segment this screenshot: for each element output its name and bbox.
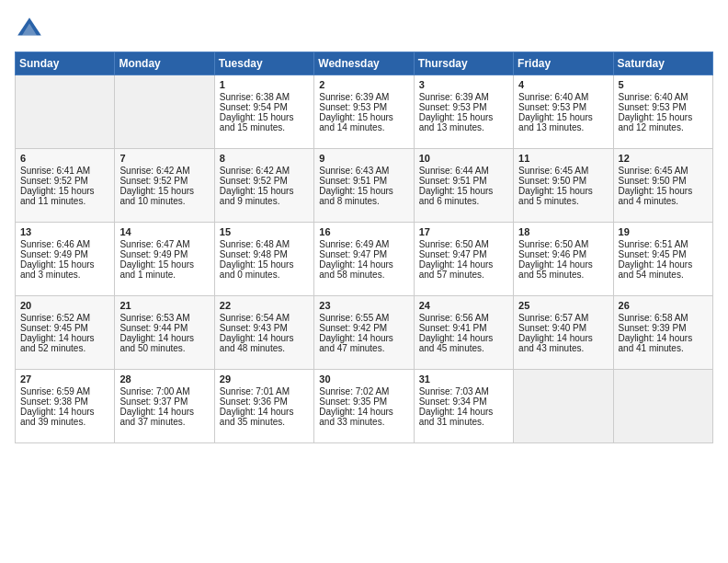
sunrise-text: Sunrise: 6:48 AM bbox=[220, 239, 290, 249]
sunset-text: Sunset: 9:51 PM bbox=[319, 176, 387, 186]
daylight-text: Daylight: 14 hours and 43 minutes. bbox=[518, 333, 593, 353]
daylight-text: Daylight: 15 hours and 11 minutes. bbox=[20, 186, 95, 206]
sunset-text: Sunset: 9:45 PM bbox=[20, 323, 88, 333]
calendar-cell: 27Sunrise: 6:59 AMSunset: 9:38 PMDayligh… bbox=[16, 370, 115, 443]
calendar-cell: 14Sunrise: 6:47 AMSunset: 9:49 PMDayligh… bbox=[115, 223, 214, 296]
daylight-text: Daylight: 15 hours and 9 minutes. bbox=[220, 186, 294, 206]
calendar-cell: 28Sunrise: 7:00 AMSunset: 9:37 PMDayligh… bbox=[115, 370, 214, 443]
calendar-cell bbox=[514, 370, 613, 443]
calendar-cell: 1Sunrise: 6:38 AMSunset: 9:54 PMDaylight… bbox=[214, 75, 313, 149]
header-day: Wednesday bbox=[314, 52, 414, 75]
calendar-cell: 7Sunrise: 6:42 AMSunset: 9:52 PMDaylight… bbox=[115, 149, 214, 223]
calendar-cell: 4Sunrise: 6:40 AMSunset: 9:53 PMDaylight… bbox=[514, 75, 613, 149]
daylight-text: Daylight: 14 hours and 50 minutes. bbox=[119, 333, 194, 353]
day-number: 26 bbox=[619, 300, 708, 311]
sunrise-text: Sunrise: 6:59 AM bbox=[20, 386, 90, 396]
sunset-text: Sunset: 9:44 PM bbox=[119, 323, 188, 333]
day-number: 7 bbox=[119, 153, 209, 164]
calendar-cell: 3Sunrise: 6:39 AMSunset: 9:53 PMDaylight… bbox=[414, 75, 513, 149]
daylight-text: Daylight: 15 hours and 12 minutes. bbox=[619, 112, 693, 132]
sunrise-text: Sunrise: 6:56 AM bbox=[419, 313, 489, 323]
daylight-text: Daylight: 15 hours and 10 minutes. bbox=[119, 186, 194, 206]
sunset-text: Sunset: 9:48 PM bbox=[220, 249, 288, 259]
sunset-text: Sunset: 9:53 PM bbox=[319, 102, 387, 112]
sunrise-text: Sunrise: 6:43 AM bbox=[319, 166, 389, 176]
sunrise-text: Sunrise: 6:44 AM bbox=[419, 166, 489, 176]
sunset-text: Sunset: 9:40 PM bbox=[518, 323, 586, 333]
calendar-row: 20Sunrise: 6:52 AMSunset: 9:45 PMDayligh… bbox=[16, 296, 713, 370]
daylight-text: Daylight: 14 hours and 33 minutes. bbox=[319, 407, 393, 427]
day-number: 8 bbox=[220, 153, 309, 164]
calendar-cell: 5Sunrise: 6:40 AMSunset: 9:53 PMDaylight… bbox=[613, 75, 712, 149]
daylight-text: Daylight: 14 hours and 35 minutes. bbox=[220, 407, 294, 427]
daylight-text: Daylight: 15 hours and 6 minutes. bbox=[419, 186, 494, 206]
calendar-body: 1Sunrise: 6:38 AMSunset: 9:54 PMDaylight… bbox=[16, 75, 713, 443]
sunrise-text: Sunrise: 7:00 AM bbox=[119, 386, 189, 396]
sunset-text: Sunset: 9:47 PM bbox=[319, 249, 387, 259]
day-number: 19 bbox=[619, 226, 708, 237]
sunset-text: Sunset: 9:37 PM bbox=[119, 396, 188, 407]
calendar-cell: 31Sunrise: 7:03 AMSunset: 9:34 PMDayligh… bbox=[414, 370, 513, 443]
daylight-text: Daylight: 14 hours and 55 minutes. bbox=[518, 259, 593, 280]
calendar-cell: 9Sunrise: 6:43 AMSunset: 9:51 PMDaylight… bbox=[314, 149, 414, 223]
calendar-cell: 11Sunrise: 6:45 AMSunset: 9:50 PMDayligh… bbox=[514, 149, 613, 223]
day-number: 28 bbox=[119, 373, 209, 385]
daylight-text: Daylight: 15 hours and 0 minutes. bbox=[220, 259, 294, 280]
sunrise-text: Sunrise: 6:45 AM bbox=[619, 166, 688, 176]
header-day: Tuesday bbox=[214, 52, 313, 75]
day-number: 18 bbox=[518, 226, 608, 237]
sunset-text: Sunset: 9:54 PM bbox=[220, 102, 288, 112]
day-number: 15 bbox=[220, 226, 309, 237]
sunrise-text: Sunrise: 6:53 AM bbox=[119, 313, 189, 323]
day-number: 21 bbox=[119, 300, 209, 311]
calendar-cell: 16Sunrise: 6:49 AMSunset: 9:47 PMDayligh… bbox=[314, 223, 414, 296]
calendar-cell: 12Sunrise: 6:45 AMSunset: 9:50 PMDayligh… bbox=[613, 149, 712, 223]
calendar-cell bbox=[115, 75, 214, 149]
day-number: 13 bbox=[20, 226, 109, 237]
header-day: Sunday bbox=[16, 52, 115, 75]
sunset-text: Sunset: 9:47 PM bbox=[419, 249, 487, 259]
day-number: 23 bbox=[319, 300, 408, 311]
daylight-text: Daylight: 15 hours and 4 minutes. bbox=[619, 186, 693, 206]
day-number: 17 bbox=[419, 226, 508, 237]
calendar-cell: 18Sunrise: 6:50 AMSunset: 9:46 PMDayligh… bbox=[514, 223, 613, 296]
header-day: Thursday bbox=[414, 52, 513, 75]
daylight-text: Daylight: 15 hours and 15 minutes. bbox=[220, 112, 294, 132]
daylight-text: Daylight: 14 hours and 31 minutes. bbox=[419, 407, 494, 427]
day-number: 24 bbox=[419, 300, 508, 311]
daylight-text: Daylight: 14 hours and 41 minutes. bbox=[619, 333, 693, 353]
sunrise-text: Sunrise: 6:38 AM bbox=[220, 92, 290, 102]
sunrise-text: Sunrise: 6:42 AM bbox=[119, 166, 189, 176]
sunset-text: Sunset: 9:53 PM bbox=[619, 102, 687, 112]
day-number: 22 bbox=[220, 300, 309, 311]
calendar-cell: 21Sunrise: 6:53 AMSunset: 9:44 PMDayligh… bbox=[115, 296, 214, 370]
calendar-cell bbox=[16, 75, 115, 149]
header-day: Friday bbox=[514, 52, 613, 75]
sunrise-text: Sunrise: 7:03 AM bbox=[419, 386, 489, 396]
sunset-text: Sunset: 9:53 PM bbox=[419, 102, 487, 112]
sunrise-text: Sunrise: 6:55 AM bbox=[319, 313, 389, 323]
sunrise-text: Sunrise: 6:41 AM bbox=[20, 166, 90, 176]
calendar-row: 13Sunrise: 6:46 AMSunset: 9:49 PMDayligh… bbox=[16, 223, 713, 296]
calendar-row: 1Sunrise: 6:38 AMSunset: 9:54 PMDaylight… bbox=[16, 75, 713, 149]
calendar-cell: 30Sunrise: 7:02 AMSunset: 9:35 PMDayligh… bbox=[314, 370, 414, 443]
calendar-cell: 26Sunrise: 6:58 AMSunset: 9:39 PMDayligh… bbox=[613, 296, 712, 370]
calendar-cell: 20Sunrise: 6:52 AMSunset: 9:45 PMDayligh… bbox=[16, 296, 115, 370]
calendar-cell: 10Sunrise: 6:44 AMSunset: 9:51 PMDayligh… bbox=[414, 149, 513, 223]
sunset-text: Sunset: 9:52 PM bbox=[119, 176, 188, 186]
day-number: 9 bbox=[319, 153, 408, 164]
sunrise-text: Sunrise: 6:50 AM bbox=[518, 239, 588, 249]
calendar-cell: 17Sunrise: 6:50 AMSunset: 9:47 PMDayligh… bbox=[414, 223, 513, 296]
daylight-text: Daylight: 14 hours and 39 minutes. bbox=[20, 407, 95, 427]
day-number: 2 bbox=[319, 79, 408, 90]
day-number: 11 bbox=[518, 153, 608, 164]
calendar-cell: 24Sunrise: 6:56 AMSunset: 9:41 PMDayligh… bbox=[414, 296, 513, 370]
daylight-text: Daylight: 15 hours and 8 minutes. bbox=[319, 186, 393, 206]
day-number: 5 bbox=[619, 79, 708, 90]
sunset-text: Sunset: 9:51 PM bbox=[419, 176, 487, 186]
daylight-text: Daylight: 15 hours and 3 minutes. bbox=[20, 259, 95, 280]
day-number: 3 bbox=[419, 79, 508, 90]
calendar-cell: 22Sunrise: 6:54 AMSunset: 9:43 PMDayligh… bbox=[214, 296, 313, 370]
daylight-text: Daylight: 15 hours and 14 minutes. bbox=[319, 112, 393, 132]
sunset-text: Sunset: 9:52 PM bbox=[20, 176, 88, 186]
